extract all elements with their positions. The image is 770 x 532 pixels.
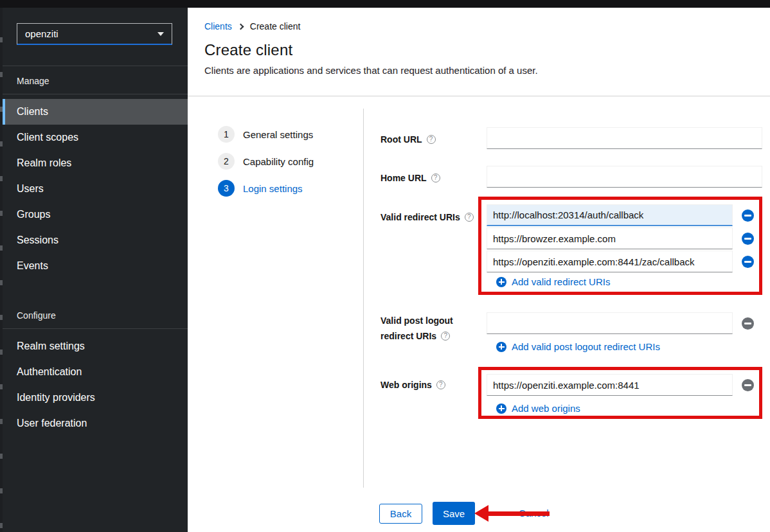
remove-post-logout-uri-button minus-circle-icon[interactable] <box>742 317 754 330</box>
sidebar-item-label: Sessions <box>17 235 58 246</box>
question-circle-icon[interactable] <box>465 213 474 222</box>
sidebar-item-label: Identity providers <box>17 392 95 403</box>
sidebar-item-users[interactable]: Users <box>3 176 188 202</box>
valid-post-logout-label-line2: redirect URIs <box>381 330 450 342</box>
sidebar-item-client-scopes[interactable]: Client scopes <box>3 125 188 150</box>
valid-post-logout-redirect-uri-input[interactable] <box>487 312 733 334</box>
question-circle-icon[interactable] <box>431 173 440 182</box>
nav-group-configure: Configure Realm settings Authentication … <box>3 301 188 436</box>
breadcrumb: Clients Create client <box>204 21 753 31</box>
sidebar-item-user-federation[interactable]: User federation <box>3 411 188 436</box>
save-button[interactable]: Save <box>433 502 475 525</box>
wizard-step-login-settings[interactable]: 3 Login settings <box>218 180 303 197</box>
sidebar-item-label: Client scopes <box>17 132 78 143</box>
wizard-step-general-settings[interactable]: 1 General settings <box>218 126 313 143</box>
valid-post-logout-label-line1: Valid post logout <box>381 315 453 326</box>
page-description: Clients are applications and services th… <box>204 65 753 76</box>
wizard-divider <box>363 109 364 488</box>
nav-group-title-configure: Configure <box>3 301 188 329</box>
home-url-label: Home URL <box>381 172 440 184</box>
web-origins-input[interactable] <box>487 374 733 396</box>
sidebar-item-realm-roles[interactable]: Realm roles <box>3 150 188 176</box>
sidebar-item-authentication[interactable]: Authentication <box>3 359 188 385</box>
step-number-badge: 1 <box>218 126 235 143</box>
sidebar-item-events[interactable]: Events <box>3 253 188 279</box>
add-valid-redirect-uris-link[interactable]: Add valid redirect URIs <box>496 276 610 287</box>
nav-group-title-manage: Manage <box>3 66 188 94</box>
remove-redirect-uri-2-button minus-circle-icon[interactable] <box>742 233 754 245</box>
plus-circle-icon <box>496 277 506 287</box>
sidebar-item-groups[interactable]: Groups <box>3 202 188 227</box>
annotation-arrow-left-icon <box>474 505 488 522</box>
create-client-wizard: 1 General settings 2 Capability config 3… <box>188 96 770 532</box>
sidebar-item-label: Clients <box>17 106 48 118</box>
question-circle-icon[interactable] <box>427 135 436 144</box>
keycloak-admin-console: openziti Manage Clients Client scopes Re… <box>0 0 770 532</box>
sidebar-item-sessions[interactable]: Sessions <box>3 227 188 253</box>
cancel-link[interactable]: Cancel <box>519 508 549 519</box>
add-valid-post-logout-redirect-uris-link[interactable]: Add valid post logout redirect URIs <box>496 341 660 352</box>
plus-circle-icon <box>496 403 506 414</box>
sidebar-item-identity-providers[interactable]: Identity providers <box>3 385 188 411</box>
web-origins-label: Web origins <box>381 379 445 391</box>
caret-down-icon <box>157 32 164 36</box>
valid-redirect-uri-input-2[interactable] <box>487 227 733 249</box>
question-circle-icon[interactable] <box>441 332 450 341</box>
remove-redirect-uri-3-button minus-circle-icon[interactable] <box>742 256 754 268</box>
breadcrumb-clients-link[interactable]: Clients <box>204 21 232 31</box>
remove-web-origin-button minus-circle-icon[interactable] <box>742 379 754 391</box>
sidebar-item-label: Events <box>17 260 48 272</box>
sidebar-item-label: Users <box>17 183 44 195</box>
step-number-badge: 2 <box>218 153 235 170</box>
sidebar-item-label: Realm settings <box>17 341 85 352</box>
chevron-right-icon <box>237 23 244 30</box>
sidebar-item-label: Groups <box>17 209 50 220</box>
valid-redirect-uri-input-3[interactable] <box>487 251 733 272</box>
root-url-label: Root URL <box>381 134 436 145</box>
step-label: Capability config <box>243 156 314 167</box>
nav-group-manage: Manage Clients Client scopes Realm roles… <box>3 66 188 279</box>
sidebar-item-label: Realm roles <box>17 157 71 169</box>
wizard-step-capability-config[interactable]: 2 Capability config <box>218 153 314 170</box>
page-header: Clients Create client Create client Clie… <box>188 8 770 96</box>
valid-redirect-uris-label: Valid redirect URIs <box>381 211 474 223</box>
page-title: Create client <box>204 41 753 59</box>
realm-name: openziti <box>25 28 58 39</box>
home-url-input[interactable] <box>487 166 762 188</box>
step-label: General settings <box>243 129 313 140</box>
plus-circle-icon <box>496 342 506 352</box>
remove-redirect-uri-1-button minus-circle-icon[interactable] <box>742 209 754 222</box>
breadcrumb-current: Create client <box>250 21 301 31</box>
sidebar-item-label: User federation <box>17 418 87 429</box>
step-label: Login settings <box>243 183 303 194</box>
question-circle-icon[interactable] <box>436 380 445 389</box>
realm-selector-dropdown[interactable]: openziti <box>17 23 172 45</box>
masthead-bar <box>0 0 770 8</box>
root-url-input[interactable] <box>487 127 762 149</box>
add-web-origins-link[interactable]: Add web origins <box>496 403 580 414</box>
sidebar-item-label: Authentication <box>17 366 82 378</box>
back-button[interactable]: Back <box>379 504 422 524</box>
sidebar-item-clients[interactable]: Clients <box>3 99 188 125</box>
step-number-badge: 3 <box>218 180 235 197</box>
sidebar: openziti Manage Clients Client scopes Re… <box>3 8 188 532</box>
realm-selector-section: openziti <box>3 8 188 66</box>
sidebar-item-realm-settings[interactable]: Realm settings <box>3 333 188 359</box>
valid-redirect-uri-input-1[interactable] <box>487 204 733 226</box>
